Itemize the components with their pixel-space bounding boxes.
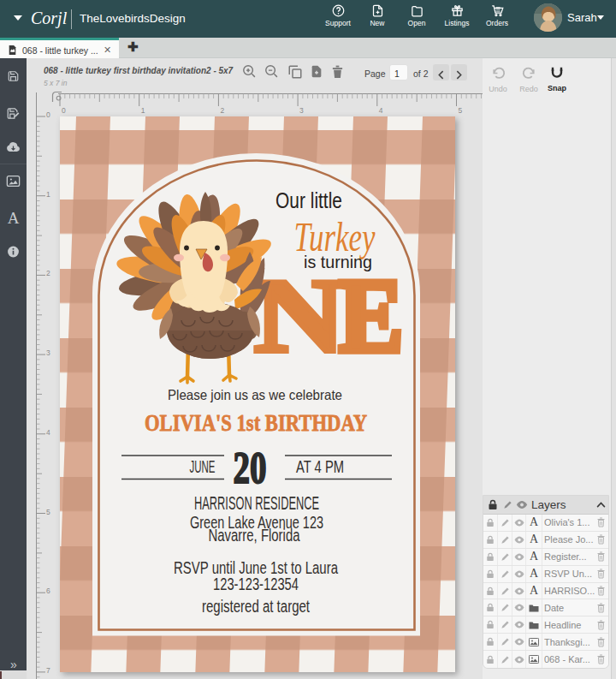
svg-text:20: 20 [234, 444, 267, 493]
svg-text:4: 4 [379, 106, 383, 115]
svg-text:1: 1 [46, 190, 50, 199]
svg-text:5: 5 [459, 106, 463, 115]
svg-text:2: 2 [46, 269, 50, 277]
svg-text:6: 6 [46, 587, 50, 595]
svg-text:2: 2 [220, 106, 224, 115]
svg-text:N: N [254, 257, 346, 373]
svg-text:Navarre, Florida: Navarre, Florida [209, 525, 300, 545]
svg-text:5: 5 [46, 508, 50, 516]
svg-text:1: 1 [141, 106, 145, 115]
svg-text:4: 4 [46, 428, 50, 437]
svg-text:E: E [339, 258, 403, 374]
svg-text:Our little: Our little [275, 188, 342, 212]
svg-text:7: 7 [46, 666, 50, 675]
svg-text:3: 3 [46, 348, 50, 357]
svg-text:HARRISON RESIDENCE: HARRISON RESIDENCE [194, 493, 319, 514]
svg-text:3: 3 [299, 106, 304, 115]
svg-text:0: 0 [46, 110, 50, 119]
svg-text:OLIVIA'S 1st BIRTHDAY: OLIVIA'S 1st BIRTHDAY [145, 409, 367, 436]
svg-text:is turning: is turning [304, 252, 372, 271]
svg-text:Please join us as we celebrate: Please join us as we celebrate [168, 387, 342, 402]
svg-text:JUNE: JUNE [190, 456, 216, 476]
svg-text:123-123-12354: 123-123-12354 [213, 574, 299, 593]
svg-text:0: 0 [62, 106, 66, 115]
svg-text:AT 4 PM: AT 4 PM [296, 456, 344, 476]
svg-text:registered at target: registered at target [202, 597, 310, 616]
